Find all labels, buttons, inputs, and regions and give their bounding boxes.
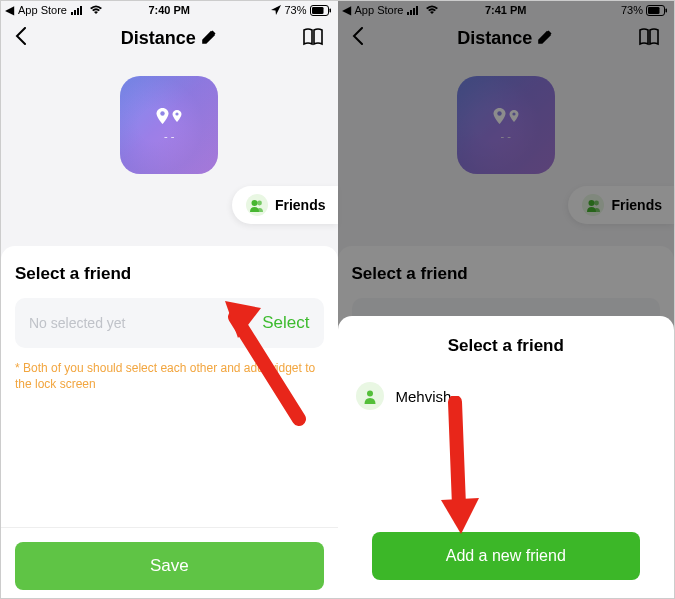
avatar-icon: [356, 382, 384, 410]
location-pins-icon: [156, 108, 182, 124]
phone-screen-left: ◀ App Store 7:40 PM 73% Distance: [1, 1, 338, 598]
wifi-icon: [89, 5, 103, 15]
friend-name: Mehvish: [396, 388, 452, 405]
signal-icon: [71, 6, 85, 15]
friends-label: Friends: [275, 197, 326, 213]
guide-icon[interactable]: [302, 28, 324, 50]
battery-percent: 73%: [284, 4, 306, 16]
back-to-app-label[interactable]: App Store: [18, 4, 67, 16]
nav-bar: Distance: [1, 17, 338, 60]
svg-rect-0: [71, 12, 73, 15]
battery-icon: [310, 5, 332, 16]
hint-text: * Both of you should select each other a…: [15, 360, 324, 392]
svg-rect-3: [80, 6, 82, 15]
select-link[interactable]: Select: [262, 313, 309, 333]
location-arrow-icon: [271, 5, 281, 15]
widget-preview: - -: [1, 60, 338, 184]
svg-rect-5: [312, 7, 324, 14]
page-title: Distance: [121, 28, 196, 49]
svg-point-9: [252, 200, 258, 206]
friend-select-row[interactable]: No selected yet Select: [15, 298, 324, 348]
add-friend-button[interactable]: Add a new friend: [372, 532, 640, 580]
svg-point-22: [367, 390, 373, 396]
card-title: Select a friend: [15, 264, 324, 284]
phone-screen-right: ◀ App Store 7:41 PM 73% Distance: [338, 1, 675, 598]
svg-point-10: [258, 200, 263, 205]
bottom-bar: Save: [1, 527, 338, 598]
svg-point-7: [161, 111, 165, 115]
back-to-app-caret-icon[interactable]: ◀: [5, 3, 14, 17]
widget-distance-value: - -: [164, 130, 174, 142]
save-button[interactable]: Save: [15, 542, 324, 590]
placeholder-text: No selected yet: [29, 315, 126, 331]
friends-pill[interactable]: Friends: [232, 186, 338, 224]
friends-icon: [246, 194, 268, 216]
select-friend-sheet: Select a friend Mehvish Add a new friend: [338, 316, 675, 598]
svg-rect-2: [77, 8, 79, 15]
status-time: 7:40 PM: [148, 4, 190, 16]
edit-icon[interactable]: [202, 30, 216, 47]
select-friend-card: Select a friend No selected yet Select *…: [1, 246, 338, 527]
back-button[interactable]: [15, 27, 35, 50]
friend-row[interactable]: Mehvish: [354, 378, 659, 414]
distance-widget-tile: - -: [120, 76, 218, 174]
sheet-title: Select a friend: [354, 336, 659, 356]
svg-rect-6: [329, 8, 331, 12]
svg-point-8: [176, 112, 179, 115]
svg-rect-1: [74, 10, 76, 15]
status-bar: ◀ App Store 7:40 PM 73%: [1, 1, 338, 17]
